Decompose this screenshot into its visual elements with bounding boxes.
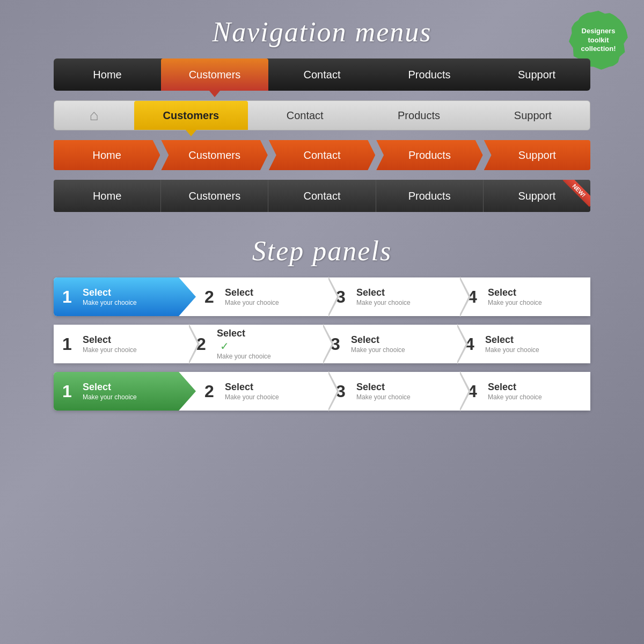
nav3-customers[interactable]: Customers <box>161 140 267 170</box>
nav1-contact[interactable]: Contact <box>268 58 376 91</box>
nav1: Home Customers Contact Products Support <box>54 58 590 91</box>
step2-sub3: Make your chooice <box>351 346 405 354</box>
step2-label4: Select <box>485 334 539 346</box>
step1-item1[interactable]: 1 Select Make your chooice <box>54 277 196 316</box>
nav3-home[interactable]: Home <box>54 140 160 170</box>
step-section-title: Step panels <box>252 235 392 267</box>
step2-item3[interactable]: 3 Select Make your chooice <box>322 325 456 363</box>
step3-num1: 1 <box>62 382 77 401</box>
nav3: Home Customers Contact Products Support <box>54 140 590 170</box>
section-title: Navigation menus <box>213 16 432 48</box>
step-panel-3: 1 Select Make your chooice 2 Select Make… <box>54 372 590 411</box>
step3-num2: 2 <box>204 382 219 401</box>
step-panel-1: 1 Select Make your chooice 2 Select Make… <box>54 277 590 316</box>
nav2: ⌂ Customers Contact Products Support <box>54 100 590 130</box>
nav1-products[interactable]: Products <box>376 58 483 91</box>
home-icon: ⌂ <box>90 107 99 124</box>
nav2-home[interactable]: ⌂ <box>54 101 134 130</box>
nav2-support[interactable]: Support <box>476 101 590 130</box>
step3-item4[interactable]: 4 Select Make your chooice <box>459 372 590 411</box>
nav4-contact[interactable]: Contact <box>268 180 376 212</box>
nav2-customers[interactable]: Customers <box>134 101 248 130</box>
step1-label1: Select <box>83 287 137 299</box>
step1-item4[interactable]: 4 Select Make your chooice <box>459 277 590 316</box>
step3-item1[interactable]: 1 Select Make your chooice <box>54 372 196 411</box>
step2-label2: Select <box>217 328 271 340</box>
checkmark-icon: ✓ <box>220 340 271 353</box>
step3-text4: Select Make your chooice <box>488 382 542 401</box>
step1-num2: 2 <box>204 287 219 307</box>
new-ribbon <box>558 180 590 212</box>
step1-text1: Select Make your chooice <box>83 287 137 306</box>
step1-label3: Select <box>356 287 411 299</box>
step2-num1: 1 <box>62 334 77 354</box>
nav3-contact[interactable]: Contact <box>269 140 375 170</box>
step1-text4: Select Make your chooice <box>488 287 542 306</box>
step1-sub1: Make your chooice <box>83 299 137 306</box>
nav1-support[interactable]: Support <box>483 58 590 91</box>
nav1-customers[interactable]: Customers <box>161 58 268 91</box>
step1-item3[interactable]: 3 Select Make your chooice <box>327 277 459 316</box>
step2-sub2: Make your chooice <box>217 353 271 360</box>
step3-sub2: Make your chooice <box>225 393 279 401</box>
step2-label1: Select <box>83 334 137 346</box>
step1-text2: Select Make your chooice <box>225 287 279 306</box>
step3-sub3: Make your chooice <box>356 393 411 401</box>
step2-text4: Select Make your chooice <box>485 334 539 354</box>
nav2-products[interactable]: Products <box>362 101 475 130</box>
step3-sub4: Make your chooice <box>488 393 542 401</box>
nav4: Home Customers Contact Products Support <box>54 180 590 212</box>
nav4-container: Home Customers Contact Products Support <box>54 180 590 212</box>
nav4-products[interactable]: Products <box>376 180 484 212</box>
step1-sub4: Make your chooice <box>488 299 542 306</box>
badge-text: Designerstoolkitcollection! <box>581 27 616 54</box>
step1-sub2: Make your chooice <box>225 299 279 306</box>
nav4-support[interactable]: Support <box>484 180 590 212</box>
step3-text1: Select Make your chooice <box>83 382 137 401</box>
nav3-container: Home Customers Contact Products Support <box>54 140 590 170</box>
nav2-container: ⌂ Customers Contact Products Support <box>54 100 590 130</box>
step1-sub3: Make your chooice <box>356 299 411 306</box>
step3-label1: Select <box>83 382 137 393</box>
step1-item2[interactable]: 2 Select Make your chooice <box>196 277 327 316</box>
nav3-products[interactable]: Products <box>376 140 482 170</box>
step2-text2: Select ✓ Make your chooice <box>217 328 271 360</box>
step2-sub1: Make your chooice <box>83 346 137 354</box>
step3-label4: Select <box>488 382 542 393</box>
step3-label3: Select <box>356 382 411 393</box>
step-panel-2: 1 Select Make your chooice 2 Select ✓ Ma… <box>54 325 590 363</box>
step1-label4: Select <box>488 287 542 299</box>
step1-label2: Select <box>225 287 279 299</box>
nav3-support[interactable]: Support <box>484 140 590 170</box>
step1-text3: Select Make your chooice <box>356 287 411 306</box>
step3-text3: Select Make your chooice <box>356 382 411 401</box>
step3-item2[interactable]: 2 Select Make your chooice <box>196 372 327 411</box>
step2-item4[interactable]: 4 Select Make your chooice <box>456 325 590 363</box>
step2-item1[interactable]: 1 Select Make your chooice <box>54 325 188 363</box>
nav1-home[interactable]: Home <box>54 58 161 91</box>
step2-text3: Select Make your chooice <box>351 334 405 354</box>
step3-text2: Select Make your chooice <box>225 382 279 401</box>
step3-sub1: Make your chooice <box>83 393 137 401</box>
step2-sub4: Make your chooice <box>485 346 539 354</box>
step1-num1: 1 <box>62 287 77 307</box>
nav1-container: Home Customers Contact Products Support <box>54 58 590 91</box>
step2-item2[interactable]: 2 Select ✓ Make your chooice Make your c… <box>188 325 322 363</box>
nav4-home[interactable]: Home <box>54 180 161 212</box>
nav2-contact[interactable]: Contact <box>248 101 362 130</box>
step3-item3[interactable]: 3 Select Make your chooice <box>327 372 459 411</box>
step2-text1: Select Make your chooice <box>83 334 137 354</box>
step3-label2: Select <box>225 382 279 393</box>
nav4-customers[interactable]: Customers <box>161 180 268 212</box>
step2-label3: Select <box>351 334 405 346</box>
